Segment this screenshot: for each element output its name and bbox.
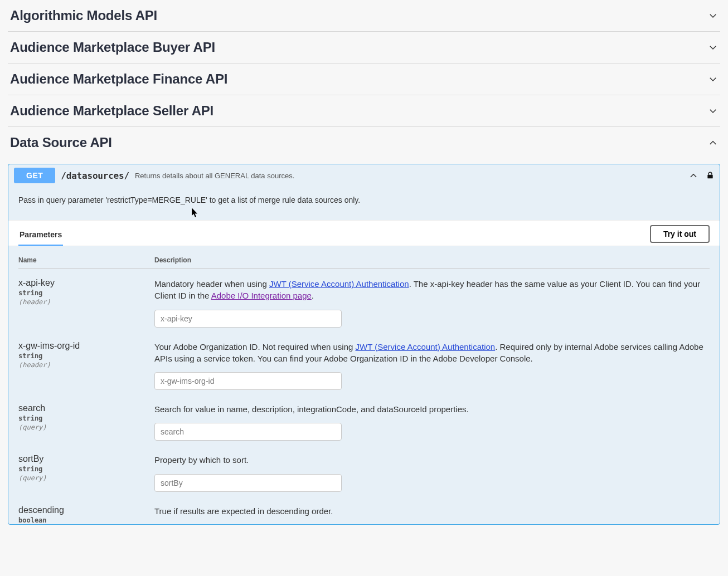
param-row: x-api-key string (header) Mandatory head… [18,269,710,332]
x-api-key-input[interactable] [154,310,342,328]
x-gw-ims-org-id-input[interactable] [154,372,342,390]
param-description: Your Adobe Organization ID. Not required… [154,341,710,365]
param-type: string [18,414,154,422]
section-title: Audience Marketplace Buyer API [10,40,215,55]
chevron-down-icon [708,106,718,116]
param-row: descending boolean True if results are e… [18,496,710,524]
operation-path: /datasources/ [61,170,129,181]
param-row: x-gw-ims-org-id string (header) Your Ado… [18,332,710,395]
param-location: (query) [18,423,154,431]
param-type: string [18,465,154,473]
param-name: x-api-key [18,278,154,288]
operation-description: Pass in query parameter 'restrictType=ME… [8,187,720,220]
param-location: (query) [18,474,154,482]
param-description: Mandatory header when using JWT (Service… [154,278,710,302]
section-title: Data Source API [10,135,112,150]
section-marketplace-seller[interactable]: Audience Marketplace Seller API [8,95,720,127]
jwt-auth-link[interactable]: JWT (Service Account) Authentication [269,279,409,289]
lock-icon[interactable] [706,172,714,179]
sortby-input[interactable] [154,474,342,492]
param-row: search string (query) Search for value i… [18,394,710,445]
svg-rect-0 [707,175,712,178]
param-type: boolean [18,516,154,524]
adobe-io-integration-link[interactable]: Adobe I/O Integration page [211,291,312,300]
param-name: sortBy [18,454,154,464]
cursor-icon [192,208,198,218]
param-description: True if results are expected in descendi… [154,505,710,517]
param-row: sortBy string (query) Property by which … [18,445,710,496]
chevron-down-icon [708,42,718,52]
section-title: Algorithmic Models API [10,8,157,23]
section-algorithmic-models[interactable]: Algorithmic Models API [8,0,720,32]
chevron-down-icon [708,74,718,84]
param-description: Property by which to sort. [154,454,710,466]
col-header-name: Name [18,256,154,264]
operation-summary: Returns details about all GENERAL data s… [135,172,294,180]
section-title: Audience Marketplace Finance API [10,71,227,87]
search-input[interactable] [154,423,342,441]
param-name: descending [18,505,154,515]
operation-header[interactable]: GET /datasources/ Returns details about … [8,164,720,187]
jwt-auth-link[interactable]: JWT (Service Account) Authentication [356,342,496,352]
param-type: string [18,352,154,360]
tab-parameters[interactable]: Parameters [18,224,63,246]
section-data-source[interactable]: Data Source API [8,127,720,158]
param-location: (header) [18,361,154,369]
section-marketplace-finance[interactable]: Audience Marketplace Finance API [8,64,720,95]
chevron-up-icon [708,138,718,148]
param-type: string [18,289,154,297]
try-it-out-button[interactable]: Try it out [650,225,710,243]
chevron-up-icon [688,170,698,180]
param-description: Search for value in name, description, i… [154,403,710,415]
param-name: search [18,403,154,413]
operation-get-datasources: GET /datasources/ Returns details about … [8,164,720,525]
section-marketplace-buyer[interactable]: Audience Marketplace Buyer API [8,32,720,64]
chevron-down-icon [708,11,718,21]
param-name: x-gw-ims-org-id [18,341,154,351]
method-badge: GET [14,168,55,183]
col-header-description: Description [154,256,710,264]
param-location: (header) [18,298,154,306]
section-title: Audience Marketplace Seller API [10,103,213,119]
